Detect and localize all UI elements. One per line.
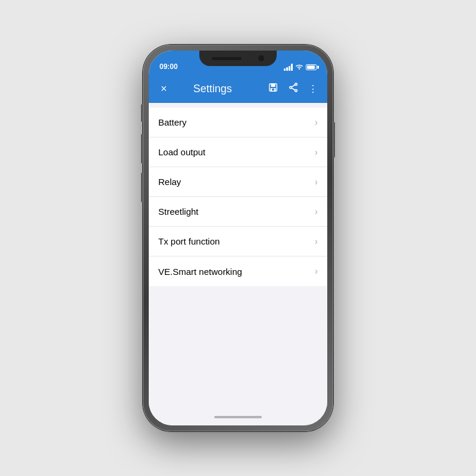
svg-point-6: [295, 90, 298, 92]
battery-icon: [306, 64, 317, 70]
silent-button: [141, 104, 143, 122]
power-button: [333, 122, 335, 158]
settings-item-load-output[interactable]: Load output ›: [149, 137, 327, 167]
settings-item-tx-port[interactable]: Tx port function ›: [149, 227, 327, 256]
app-bar-title: Settings: [160, 83, 265, 95]
settings-item-label: Battery: [158, 117, 187, 127]
home-indicator: [149, 409, 327, 425]
svg-rect-2: [271, 84, 275, 87]
chevron-right-icon: ›: [315, 206, 318, 217]
settings-item-label: VE.Smart networking: [158, 267, 242, 277]
phone-screen: 09:00: [149, 51, 327, 425]
volume-up-button: [141, 134, 143, 164]
more-button[interactable]: ⋮: [306, 81, 320, 97]
speaker: [212, 57, 242, 60]
chevron-right-icon: ›: [315, 266, 318, 277]
settings-item-label: Relay: [158, 177, 181, 187]
home-bar: [214, 416, 262, 418]
settings-item-label: Load output: [158, 147, 205, 157]
status-time: 09:00: [159, 62, 178, 71]
svg-line-8: [292, 85, 295, 87]
svg-rect-4: [272, 89, 274, 91]
settings-item-ve-smart[interactable]: VE.Smart networking ›: [149, 256, 327, 286]
battery-fill: [307, 65, 315, 69]
svg-point-0: [299, 68, 300, 70]
chevron-right-icon: ›: [315, 147, 318, 158]
app-bar: × Settings: [149, 74, 327, 103]
volume-down-button: [141, 173, 143, 202]
settings-item-label: Tx port function: [158, 236, 220, 246]
settings-list: Battery › Load output › Relay › Streetli…: [149, 108, 327, 286]
camera: [258, 55, 264, 61]
svg-point-5: [295, 83, 298, 86]
settings-item-streetlight[interactable]: Streetlight ›: [149, 197, 327, 227]
signal-icon: [284, 64, 293, 71]
settings-item-battery[interactable]: Battery ›: [149, 108, 327, 137]
settings-content: Battery › Load output › Relay › Streetli…: [149, 103, 327, 409]
chevron-right-icon: ›: [315, 177, 318, 187]
notch: [199, 51, 277, 66]
share-button[interactable]: [286, 80, 301, 98]
settings-item-label: Streetlight: [158, 206, 199, 217]
svg-point-7: [290, 86, 292, 89]
phone-frame: 09:00: [143, 45, 333, 431]
wifi-icon: [295, 64, 303, 71]
chevron-right-icon: ›: [315, 236, 318, 247]
app-bar-actions: ⋮: [265, 80, 320, 98]
settings-item-relay[interactable]: Relay ›: [149, 167, 327, 197]
svg-line-9: [292, 88, 295, 90]
status-icons: [284, 64, 317, 71]
chevron-right-icon: ›: [315, 117, 318, 128]
save-button[interactable]: [265, 80, 281, 98]
